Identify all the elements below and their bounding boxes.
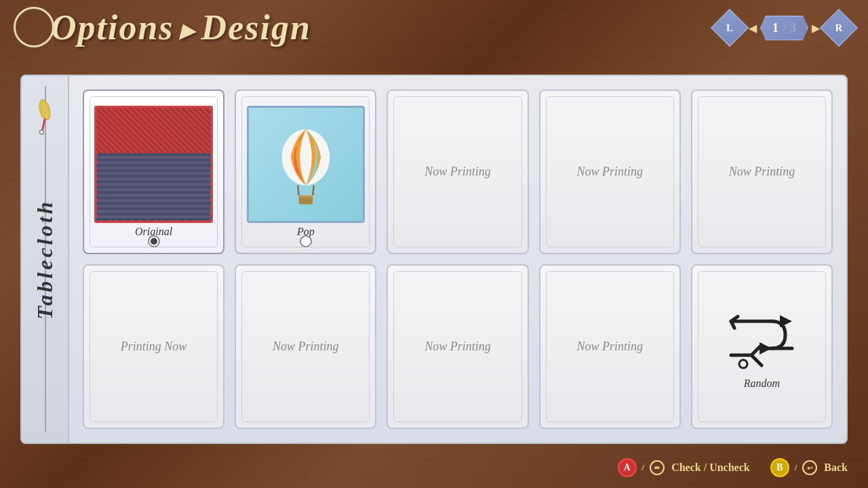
slash-sep: / bbox=[642, 462, 645, 473]
nav-r-label: R bbox=[823, 12, 854, 43]
svg-point-11 bbox=[739, 360, 747, 368]
design-card-original[interactable]: Original bbox=[83, 89, 224, 254]
b-button-label: B bbox=[776, 462, 783, 473]
title-circle-icon bbox=[14, 7, 54, 47]
design-text: Design bbox=[201, 8, 311, 47]
check-uncheck-label: Check / Uncheck bbox=[671, 462, 750, 474]
bottom-bar: A / ✏ Check / Uncheck B / ↩ Back bbox=[0, 447, 868, 488]
fabric-top bbox=[96, 108, 210, 152]
category-label: Tablecloth bbox=[33, 199, 58, 319]
svg-point-3 bbox=[40, 130, 44, 134]
svg-line-6 bbox=[313, 185, 313, 195]
now-printing-text-3: Now Printing bbox=[729, 165, 795, 179]
page-current: 1 bbox=[772, 21, 778, 35]
random-icon bbox=[724, 304, 799, 372]
svg-line-2 bbox=[42, 119, 45, 131]
right-arrow-icon: ▶ bbox=[812, 22, 820, 35]
design-card-np3[interactable]: Now Printing bbox=[691, 89, 833, 254]
title-area: Options▶Design bbox=[14, 7, 311, 47]
design-card-pop[interactable]: Pop bbox=[235, 89, 376, 254]
check-uncheck-action[interactable]: A / ✏ Check / Uncheck bbox=[618, 458, 750, 477]
svg-line-5 bbox=[298, 185, 298, 195]
design-card-np5[interactable]: Now Printing bbox=[235, 264, 376, 429]
header: Options▶Design L ◀ 1 / 3 ▶ R bbox=[0, 0, 868, 54]
fabric-texture bbox=[94, 106, 212, 222]
design-card-random[interactable]: Random bbox=[691, 264, 833, 429]
page-counter: 1 / 3 bbox=[760, 16, 808, 41]
page-title: Options▶Design bbox=[51, 7, 311, 47]
back-action[interactable]: B / ↩ Back bbox=[770, 458, 848, 477]
printing-now-text: Printing Now bbox=[121, 340, 187, 354]
now-printing-text-1: Now Printing bbox=[425, 165, 491, 179]
svg-marker-9 bbox=[780, 315, 792, 327]
original-radio bbox=[148, 235, 160, 247]
svg-rect-8 bbox=[298, 195, 313, 197]
pen-action-icon: ✏ bbox=[650, 460, 665, 475]
design-card-np4[interactable]: Printing Now bbox=[83, 264, 224, 429]
a-button-label: A bbox=[623, 462, 630, 473]
b-button[interactable]: B bbox=[770, 458, 789, 477]
nav-left-button[interactable]: L bbox=[714, 12, 745, 43]
main-panel: Tablecloth Original bbox=[20, 75, 848, 444]
grid-row-1: Original bbox=[83, 89, 833, 254]
now-printing-text-2: Now Printing bbox=[576, 165, 643, 179]
balloon-image bbox=[247, 106, 365, 222]
side-label-area: Tablecloth bbox=[22, 76, 69, 443]
fabric-bottom bbox=[96, 153, 210, 221]
left-arrow-icon: ◀ bbox=[749, 22, 757, 35]
random-label: Random bbox=[744, 378, 780, 390]
back-label: Back bbox=[824, 462, 848, 474]
page-separator: / bbox=[783, 21, 786, 35]
now-printing-text-6: Now Printing bbox=[425, 340, 491, 354]
pop-radio bbox=[300, 235, 312, 247]
a-button[interactable]: A bbox=[618, 458, 637, 477]
design-card-np7[interactable]: Now Printing bbox=[539, 264, 681, 429]
original-image bbox=[94, 106, 212, 222]
design-grid: Original bbox=[69, 76, 846, 443]
now-printing-text-7: Now Printing bbox=[576, 340, 643, 354]
nav-l-label: L bbox=[714, 12, 745, 43]
design-card-np2[interactable]: Now Printing bbox=[539, 89, 681, 254]
back-action-icon: ↩ bbox=[802, 460, 817, 475]
nav-right-button[interactable]: R bbox=[823, 12, 854, 43]
breadcrumb-arrow: ▶ bbox=[180, 20, 196, 41]
page-navigation: L ◀ 1 / 3 ▶ R bbox=[714, 12, 854, 43]
balloon-svg bbox=[266, 119, 346, 209]
pen-icon bbox=[35, 96, 54, 140]
grid-row-2: Printing Now Now Printing Now Printing N… bbox=[83, 264, 833, 429]
design-card-np1[interactable]: Now Printing bbox=[387, 89, 528, 254]
now-printing-text-5: Now Printing bbox=[273, 340, 339, 354]
slash-sep2: / bbox=[795, 462, 797, 473]
pop-image bbox=[247, 106, 365, 222]
svg-marker-10 bbox=[760, 342, 772, 354]
page-total: 3 bbox=[790, 21, 796, 35]
design-card-np6[interactable]: Now Printing bbox=[387, 264, 528, 429]
options-text: Options bbox=[51, 8, 174, 47]
